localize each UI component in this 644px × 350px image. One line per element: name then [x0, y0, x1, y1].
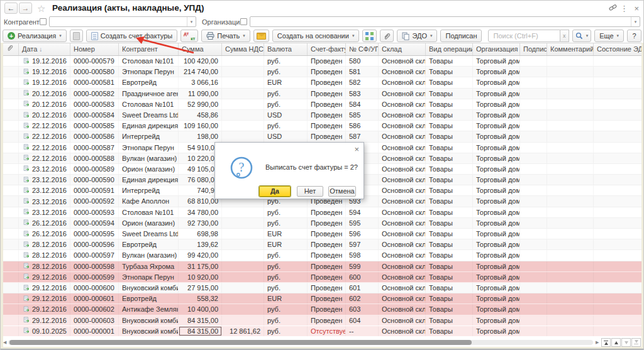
cell-warehouse[interactable]: Основной склад [379, 218, 426, 228]
cell-warehouse[interactable]: Основной склад [379, 239, 426, 249]
cell-invoice[interactable]: Проведен [308, 272, 346, 282]
cell-sum[interactable]: 92 730,00 [179, 218, 222, 228]
cell-operation[interactable]: Товары [426, 207, 473, 217]
send-email-button[interactable] [253, 30, 269, 42]
cell-attachments[interactable] [3, 56, 19, 66]
column-header-sf[interactable]: № СФ/УПД [346, 43, 379, 55]
cell-signed[interactable] [520, 77, 547, 87]
cell-currency[interactable]: руб. [264, 326, 308, 336]
cell-date[interactable]: 19.12.2016 [19, 56, 70, 66]
cell-signed[interactable] [520, 207, 547, 217]
cell-warehouse[interactable]: Основной склад [379, 56, 426, 66]
cell-date[interactable]: 23.12.2016 [19, 164, 70, 174]
cell-counterparty[interactable]: Единая дирекция зак... [119, 121, 179, 131]
cell-sf[interactable]: 598 [346, 250, 379, 260]
cell-date[interactable]: 26.12.2016 [19, 229, 70, 239]
cell-sum[interactable]: 139,62 [179, 239, 222, 249]
more-menu-icon[interactable]: ⋮ [620, 4, 628, 13]
cell-currency[interactable]: EUR [264, 229, 308, 239]
cell-warehouse[interactable]: Основной склад [379, 185, 426, 195]
cell-comment[interactable] [547, 304, 594, 314]
cell-nds[interactable] [222, 261, 264, 271]
table-row[interactable]: 29.12.20160000-000602Антикафе Земляника1… [3, 304, 641, 315]
cell-signed[interactable] [520, 304, 547, 314]
cell-number[interactable]: 0000-000595 [70, 229, 119, 239]
cell-number[interactable]: 0000-000590 [70, 175, 119, 185]
cell-number[interactable]: 0000-000597 [70, 250, 119, 260]
cell-attachments[interactable] [3, 218, 19, 228]
cell-sf[interactable]: 601 [346, 283, 379, 293]
cell-currency[interactable]: руб. [264, 99, 308, 109]
close-icon[interactable]: × [634, 4, 639, 13]
scrollbar-thumb[interactable] [9, 340, 472, 345]
cell-operation[interactable]: Товары [426, 272, 473, 282]
cell-edo[interactable] [594, 56, 641, 66]
cell-invoice[interactable]: Проведен [308, 99, 346, 109]
cell-org[interactable]: Торговый дом "... [473, 196, 520, 206]
cell-date[interactable]: 23.12.2016 [19, 175, 70, 185]
cell-comment[interactable] [547, 250, 594, 260]
cell-operation[interactable]: Товары [426, 131, 473, 141]
cell-date[interactable]: 28.12.2016 [19, 261, 70, 271]
cell-attachments[interactable] [3, 196, 19, 206]
cell-sum[interactable]: 458,86 [179, 110, 222, 120]
cell-currency[interactable]: EUR [264, 293, 308, 304]
cell-org[interactable]: Торговый дом "... [473, 207, 520, 217]
cell-nds[interactable] [222, 89, 264, 99]
cell-nds[interactable]: 12 861,62 [222, 326, 264, 336]
cell-currency[interactable]: руб. [264, 56, 308, 66]
cell-sf[interactable]: 600 [346, 272, 379, 282]
cell-attachments[interactable] [3, 110, 19, 120]
cell-warehouse[interactable]: Основной склад [379, 131, 426, 141]
cell-nds[interactable] [222, 304, 264, 314]
cell-sum[interactable]: 214 740,00 [179, 67, 222, 77]
cell-nds[interactable] [222, 239, 264, 249]
cell-comment[interactable] [547, 261, 594, 271]
cell-org[interactable]: Торговый дом "... [473, 326, 520, 336]
cell-sf[interactable]: 585 [346, 110, 379, 120]
cell-warehouse[interactable]: Основной склад [379, 164, 426, 174]
cell-org[interactable]: Торговый дом "... [473, 143, 520, 153]
cell-operation[interactable]: Товары [426, 229, 473, 239]
cell-number[interactable]: 0000-000583 [70, 99, 119, 109]
counterparty-input[interactable]: ▾ [49, 16, 196, 27]
go-to-top-button[interactable] [601, 338, 611, 347]
cell-signed[interactable] [520, 250, 547, 260]
cell-attachments[interactable] [3, 89, 19, 99]
cell-sum[interactable]: 558,32 [179, 293, 222, 304]
cell-sum[interactable]: 698,98 [179, 229, 222, 239]
cell-warehouse[interactable]: Основной склад [379, 67, 426, 77]
column-header-signed[interactable]: Подписан [520, 43, 547, 55]
column-header-operation[interactable]: Вид операции [426, 43, 473, 55]
print-button[interactable]: Печать ▾ [201, 30, 250, 42]
table-row[interactable]: 20.12.20160000-000584Sweet Dreams Ltd.45… [3, 110, 641, 121]
cell-attachments[interactable] [3, 326, 19, 336]
create-realization-button[interactable]: + Реализация ▾ [3, 30, 67, 42]
cell-number[interactable]: 0000-000596 [70, 239, 119, 249]
scroll-left-icon[interactable]: ◀ [3, 340, 6, 345]
cell-sum[interactable]: 99 420,00 [179, 250, 222, 260]
table-row[interactable]: 19.12.20160000-000579Столовая №101100 42… [3, 56, 641, 67]
cell-org[interactable]: Торговый дом "... [473, 77, 520, 87]
cell-invoice[interactable]: Проведен [308, 261, 346, 271]
table-row[interactable]: 22.12.20160000-000585Единая дирекция зак… [3, 121, 641, 131]
cell-comment[interactable] [547, 110, 594, 120]
table-row[interactable]: 26.12.20160000-000594Орион (магазин)92 7… [3, 218, 641, 229]
cell-comment[interactable] [547, 175, 594, 185]
table-row[interactable]: 28.12.20160000-000598Турбаза Яхрома31 17… [3, 261, 641, 272]
cell-comment[interactable] [547, 164, 594, 174]
cell-org[interactable]: Торговый дом "... [473, 293, 520, 304]
column-header-currency[interactable]: Валюта [264, 43, 308, 55]
search-options-button[interactable]: ▾ [572, 30, 592, 42]
cell-edo[interactable] [594, 261, 641, 271]
cell-org[interactable]: Торговый дом "... [473, 272, 520, 282]
cell-counterparty[interactable]: Sweet Dreams Ltd. [119, 229, 179, 239]
cell-signed[interactable] [520, 283, 547, 293]
cell-comment[interactable] [547, 131, 594, 141]
cell-attachments[interactable] [3, 293, 19, 304]
go-to-bottom-button[interactable] [631, 338, 641, 347]
cell-attachments[interactable] [3, 143, 19, 153]
column-header-attachments[interactable] [3, 43, 19, 55]
cell-operation[interactable]: Товары [426, 218, 473, 228]
cell-operation[interactable]: Товары [426, 315, 473, 325]
